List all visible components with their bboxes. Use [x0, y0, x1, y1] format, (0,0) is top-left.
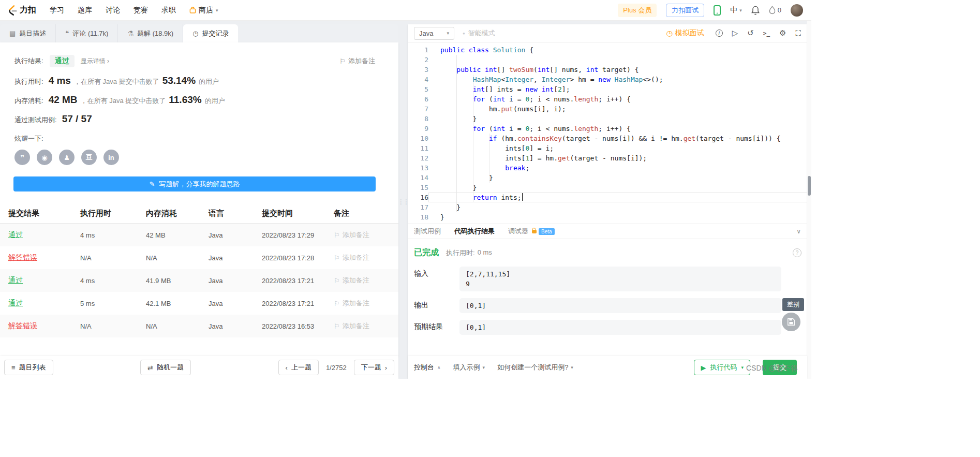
- douban-icon[interactable]: 豆: [81, 150, 97, 165]
- run-code-button[interactable]: ▶ 执行代码 ▾: [694, 360, 750, 375]
- submission-status-link[interactable]: 通过: [8, 276, 80, 285]
- code-line[interactable]: 1public class Solution {: [408, 45, 807, 55]
- help-icon[interactable]: ?: [793, 248, 801, 257]
- run-status: 已完成: [414, 247, 439, 258]
- memory-value: 42 MB: [49, 94, 78, 106]
- diff-button[interactable]: 差别: [782, 298, 804, 311]
- line-number: 16: [408, 193, 428, 202]
- plus-member-badge[interactable]: Plus 会员: [618, 4, 657, 17]
- submission-status-link[interactable]: 解答错误: [8, 253, 80, 262]
- nav-item-1[interactable]: 题库: [78, 6, 92, 15]
- settings-gear-icon[interactable]: ⚙: [779, 28, 786, 38]
- fullscreen-icon[interactable]: ⛶: [795, 28, 801, 38]
- code-line[interactable]: 15 }: [408, 183, 807, 193]
- chevron-down-icon: ▾: [216, 8, 218, 13]
- console-toggle[interactable]: 控制台 ∧: [414, 363, 441, 372]
- howto-testcase-link[interactable]: 如何创建一个测试用例? ▾: [497, 363, 573, 372]
- leetcode-logo[interactable]: 力扣: [7, 5, 36, 16]
- submission-status-link[interactable]: 通过: [8, 230, 80, 240]
- collapse-console-icon[interactable]: ∨: [796, 228, 801, 235]
- problem-footer-bar: ≡ 题目列表 ⇄ 随机一题 ‹ 上一题 1/2752 下一题 ›: [0, 356, 398, 379]
- tab-comments[interactable]: ❝评论 (11.7k): [56, 24, 118, 42]
- leetcode-app: 力扣 学习题库讨论竞赛求职 商店 ▾ Plus 会员 力扣面试 中 ▾: [0, 0, 811, 379]
- selected-language: Java: [419, 30, 433, 37]
- language-select[interactable]: Java ▾: [414, 27, 454, 40]
- output-value[interactable]: [0,1]: [459, 298, 781, 313]
- mock-interview-button[interactable]: ◷ 模拟面试: [666, 28, 704, 38]
- line-number: 7: [408, 104, 428, 114]
- submissions-table-header: 提交结果 执行用时 内存消耗 语言 提交时间 备注: [0, 204, 398, 224]
- daily-streak[interactable]: 0: [769, 6, 781, 14]
- code-line[interactable]: 10 if (hm.containsKey(target - nums[i]) …: [408, 134, 807, 143]
- problem-counter: 1/2752: [326, 364, 347, 372]
- code-line[interactable]: 14 }: [408, 173, 807, 183]
- smart-mode-toggle[interactable]: ● 智能模式: [463, 28, 495, 38]
- linkedin-icon[interactable]: in: [103, 150, 119, 165]
- info-icon[interactable]: i: [716, 30, 723, 37]
- code-editor[interactable]: 1public class Solution {23 public int[] …: [408, 42, 807, 224]
- expected-value[interactable]: [0,1]: [459, 320, 781, 335]
- add-note-button[interactable]: ⚐ 添加备注: [339, 56, 375, 66]
- terminal-icon[interactable]: >_: [763, 30, 770, 37]
- fill-example-button[interactable]: 填入示例 ▾: [453, 363, 485, 372]
- add-note-button[interactable]: ⚐添加备注: [334, 230, 398, 240]
- panel-resize-handle[interactable]: ⋮⋮: [398, 24, 408, 379]
- mobile-app-icon[interactable]: [714, 5, 721, 16]
- code-line[interactable]: 4 HashMap<Integer, Integer> hm = new Has…: [408, 75, 807, 84]
- weibo-icon[interactable]: ◉: [37, 150, 52, 165]
- nav-item-3[interactable]: 竞赛: [133, 6, 148, 15]
- wechat-icon[interactable]: ❞: [14, 150, 30, 165]
- show-details-link[interactable]: 显示详情 ›: [81, 57, 109, 66]
- code-line[interactable]: 13 break;: [408, 163, 807, 173]
- user-avatar[interactable]: [791, 4, 803, 17]
- code-line[interactable]: 8 }: [408, 114, 807, 124]
- qq-icon[interactable]: ♟: [59, 150, 75, 165]
- submissions-icon: ◷: [192, 30, 198, 37]
- write-solution-button[interactable]: ✎ 写题解，分享我的解题思路: [13, 176, 376, 191]
- code-line[interactable]: 12 ints[1] = hm.get(target - nums[i]);: [408, 153, 807, 163]
- console-tab-testcase[interactable]: 测试用例: [414, 227, 441, 236]
- code-line[interactable]: 18}: [408, 212, 807, 222]
- nav-item-4[interactable]: 求职: [161, 6, 176, 15]
- console-tab-result[interactable]: 代码执行结果: [454, 227, 495, 236]
- random-problem-button[interactable]: ⇄ 随机一题: [140, 360, 191, 375]
- code-line-text: ints[1] = hm.get(target - nums[i]);: [428, 153, 807, 163]
- tab-description[interactable]: ▤题目描述: [0, 24, 56, 42]
- add-note-button[interactable]: ⚐添加备注: [334, 321, 398, 331]
- code-line[interactable]: 7 hm.put(nums[i], i);: [408, 104, 807, 114]
- console-tab-debugger[interactable]: 调试器Beta: [508, 227, 555, 236]
- submission-status-link[interactable]: 通过: [8, 299, 80, 308]
- language-switcher[interactable]: 中 ▾: [730, 6, 742, 15]
- prev-problem-button[interactable]: ‹ 上一题: [278, 360, 319, 375]
- problem-list-button[interactable]: ≡ 题目列表: [4, 360, 53, 375]
- save-icon: [787, 318, 795, 326]
- code-line[interactable]: 16 return ints;: [408, 193, 807, 202]
- code-line[interactable]: 17 }: [408, 202, 807, 212]
- code-line[interactable]: 11 ints[0] = i;: [408, 143, 807, 153]
- window-scrollbar[interactable]: [807, 21, 811, 379]
- floating-save-button[interactable]: [782, 313, 800, 331]
- tab-solutions[interactable]: ⚗题解 (18.9k): [118, 24, 183, 42]
- submission-status-link[interactable]: 解答错误: [8, 321, 80, 331]
- code-line[interactable]: 5 int[] ints = new int[2];: [408, 84, 807, 94]
- nav-item-store[interactable]: 商店 ▾: [189, 6, 218, 15]
- add-note-button[interactable]: ⚐添加备注: [334, 253, 398, 262]
- code-line[interactable]: 2: [408, 55, 807, 65]
- output-row: 输出[0,1]: [414, 298, 781, 313]
- scrollbar-thumb[interactable]: [808, 176, 811, 196]
- leetcode-interview-button[interactable]: 力扣面试: [666, 4, 704, 17]
- next-problem-button[interactable]: 下一题 ›: [354, 360, 394, 375]
- tab-submissions[interactable]: ◷提交记录: [183, 24, 238, 42]
- nav-item-2[interactable]: 讨论: [106, 6, 120, 15]
- code-line[interactable]: 3 public int[] twoSum(int[] nums, int ta…: [408, 65, 807, 75]
- reset-code-icon[interactable]: ↺: [747, 28, 754, 38]
- input-value[interactable]: [2,7,11,15] 9: [459, 267, 781, 291]
- add-note-button[interactable]: ⚐添加备注: [334, 299, 398, 308]
- run-icon[interactable]: ▷: [732, 28, 738, 38]
- run-status-row: 已完成 执行用时: 0 ms: [414, 247, 781, 258]
- add-note-button[interactable]: ⚐添加备注: [334, 276, 398, 285]
- code-line[interactable]: 9 for (int i = 0; i < nums.length; i++) …: [408, 124, 807, 134]
- notification-bell-icon[interactable]: [751, 6, 760, 15]
- nav-item-0[interactable]: 学习: [50, 6, 64, 15]
- code-line[interactable]: 6 for (int i = 0; i < nums.length; i++) …: [408, 94, 807, 104]
